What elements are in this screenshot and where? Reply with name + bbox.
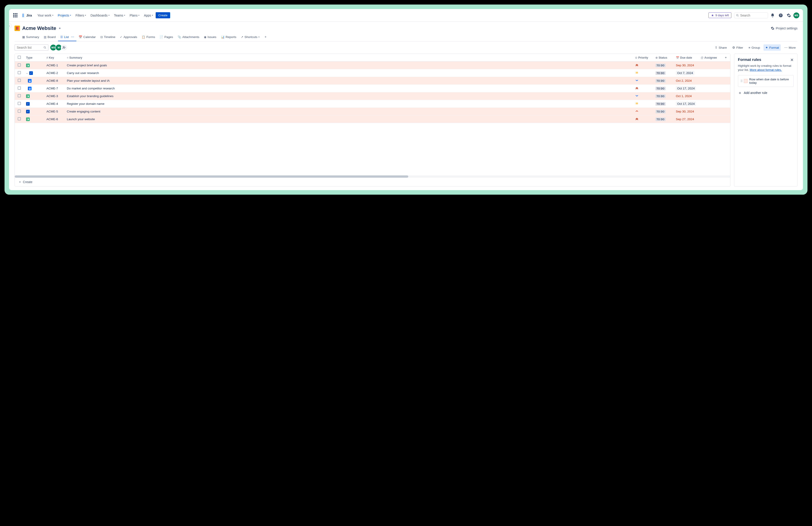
create-button[interactable]: Create xyxy=(156,12,170,18)
column-key[interactable]: #Key xyxy=(44,54,64,62)
nav-teams[interactable]: Teams ▾ xyxy=(112,12,127,18)
priority-icon[interactable] xyxy=(635,94,639,97)
issue-key[interactable]: ACME-5 xyxy=(44,108,64,116)
table-row[interactable]: ⬓ACME-7Do market and competitor research… xyxy=(15,85,730,92)
tab-calendar[interactable]: 📅Calendar xyxy=(76,33,98,41)
column-priority[interactable]: ⊙Priority xyxy=(633,54,653,62)
notifications-icon[interactable] xyxy=(769,12,776,19)
table-row[interactable]: ✓ACME-4Register your domain nameTO DOOct… xyxy=(15,100,730,108)
table-row[interactable]: ✓ACME-5Create engaging contentTO DOSep 3… xyxy=(15,108,730,116)
row-checkbox[interactable] xyxy=(18,71,21,74)
help-icon[interactable]: ? xyxy=(777,12,784,19)
tab-timeline[interactable]: ⊟Timeline xyxy=(98,33,118,41)
format-button[interactable]: ✦Format xyxy=(764,44,781,51)
due-date[interactable]: Oct 17, 2024 xyxy=(676,102,696,106)
status-badge[interactable]: TO DO xyxy=(655,110,666,114)
sidebar-expand-icon[interactable]: › xyxy=(9,24,12,28)
table-row[interactable]: ⌄✓ACME-2Carry out user researchTO DOOct … xyxy=(15,69,730,77)
column-status[interactable]: ⊕Status xyxy=(653,54,673,62)
global-search[interactable] xyxy=(734,13,768,18)
expand-icon[interactable]: ⌄ xyxy=(26,72,29,74)
settings-icon[interactable] xyxy=(785,12,793,19)
row-checkbox[interactable] xyxy=(18,79,21,82)
ai-sparkle-icon[interactable]: ✦ xyxy=(58,27,61,30)
issue-key[interactable]: ACME-8 xyxy=(44,77,64,85)
issue-summary[interactable]: Create project brief and goals xyxy=(64,62,633,69)
issue-key[interactable]: ACME-4 xyxy=(44,100,64,108)
share-button[interactable]: ⇪Share xyxy=(713,44,729,51)
row-checkbox[interactable] xyxy=(18,117,21,120)
status-badge[interactable]: TO DO xyxy=(655,118,666,121)
status-badge[interactable]: TO DO xyxy=(655,64,666,67)
tab-attachments[interactable]: 📎Attachments xyxy=(175,33,202,41)
close-icon[interactable]: ✕ xyxy=(790,58,794,62)
assignee-cell[interactable] xyxy=(698,85,721,92)
issue-summary[interactable]: Carry out user research xyxy=(64,69,633,77)
column-assignee[interactable]: @Assignee xyxy=(698,54,721,62)
nav-apps[interactable]: Apps ▾ xyxy=(142,12,155,18)
list-search-input[interactable] xyxy=(17,46,43,49)
tab-forms[interactable]: 📋Forms xyxy=(139,33,157,41)
tab-shortcuts[interactable]: ↗Shortcuts ▾ xyxy=(238,33,262,41)
issue-key[interactable]: ACME-1 xyxy=(44,62,64,69)
tab-reports[interactable]: 📊Reports xyxy=(219,33,238,41)
more-icon[interactable]: ⋯ xyxy=(71,35,74,39)
list-search[interactable] xyxy=(14,44,48,51)
assignee-cell[interactable] xyxy=(698,100,721,108)
due-date[interactable]: Sep 27, 2024 xyxy=(676,118,694,121)
issue-summary[interactable]: Plan your website layout and IA xyxy=(64,77,633,85)
issue-summary[interactable]: Create engaging content xyxy=(64,108,633,116)
tab-board[interactable]: ▥Board xyxy=(42,33,58,41)
priority-icon[interactable] xyxy=(635,102,639,105)
issue-key[interactable]: ACME-7 xyxy=(44,85,64,92)
due-date[interactable]: Sep 30, 2024 xyxy=(676,64,694,67)
table-row[interactable]: ⬓ACME-8Plan your website layout and IATO… xyxy=(15,77,730,85)
assignee-cell[interactable] xyxy=(698,92,721,100)
priority-icon[interactable] xyxy=(635,71,639,74)
add-person-button[interactable] xyxy=(61,44,68,51)
create-issue-row[interactable]: ＋Create xyxy=(15,178,730,186)
tab-pages[interactable]: 📄Pages xyxy=(157,33,175,41)
tab-summary[interactable]: ▦Summary xyxy=(20,33,42,41)
user-avatar[interactable]: MS xyxy=(794,13,799,18)
status-badge[interactable]: TO DO xyxy=(655,79,666,82)
more-button[interactable]: ⋯More xyxy=(783,44,798,51)
issue-key[interactable]: ACME-2 xyxy=(44,69,64,77)
priority-icon[interactable] xyxy=(635,63,639,67)
row-checkbox[interactable] xyxy=(18,87,21,90)
row-checkbox[interactable] xyxy=(18,102,21,105)
row-checkbox[interactable] xyxy=(18,63,21,66)
tab-issues[interactable]: ◉Issues xyxy=(202,33,219,41)
add-column-button[interactable]: ＋ xyxy=(721,54,730,62)
search-input[interactable] xyxy=(740,14,766,17)
due-date[interactable]: Oct 7, 2024 xyxy=(676,71,694,75)
filter-button[interactable]: ⚙Filter xyxy=(730,44,745,51)
group-button[interactable]: ≡Group xyxy=(747,45,762,51)
column-due-date[interactable]: 📅Due date xyxy=(673,54,698,62)
issue-summary[interactable]: Establish your branding guidelines xyxy=(64,92,633,100)
drag-handle-icon[interactable]: ⠿ xyxy=(740,79,742,83)
project-settings-button[interactable]: Project settings xyxy=(771,27,798,30)
priority-icon[interactable] xyxy=(635,78,639,82)
column-summary[interactable]: ≡Summary xyxy=(64,54,633,62)
issue-key[interactable]: ACME-3 xyxy=(44,92,64,100)
assignee-cell[interactable] xyxy=(698,77,721,85)
horizontal-scrollbar[interactable] xyxy=(15,176,730,178)
tab-list[interactable]: ☰List ⋯ xyxy=(58,33,76,41)
add-tab-button[interactable]: ＋ xyxy=(262,33,270,41)
status-badge[interactable]: TO DO xyxy=(655,87,666,90)
issue-key[interactable]: ACME-6 xyxy=(44,116,64,123)
due-date[interactable]: Oct 1, 2024 xyxy=(676,94,692,98)
nav-your-work[interactable]: Your work ▾ xyxy=(35,12,55,18)
assignee-cell[interactable] xyxy=(698,69,721,77)
nav-filters[interactable]: Filters ▾ xyxy=(74,12,88,18)
status-badge[interactable]: TO DO xyxy=(655,71,666,75)
trial-badge[interactable]: 9 days left xyxy=(709,13,731,18)
status-badge[interactable]: TO DO xyxy=(655,102,666,106)
jira-logo[interactable]: Jira xyxy=(21,13,32,18)
assignee-cell[interactable] xyxy=(698,108,721,116)
add-rule-button[interactable]: ＋ Add another rule xyxy=(738,90,794,95)
assignee-cell[interactable] xyxy=(698,116,721,123)
due-date[interactable]: Oct 17, 2024 xyxy=(676,86,696,91)
priority-icon[interactable] xyxy=(635,109,639,113)
